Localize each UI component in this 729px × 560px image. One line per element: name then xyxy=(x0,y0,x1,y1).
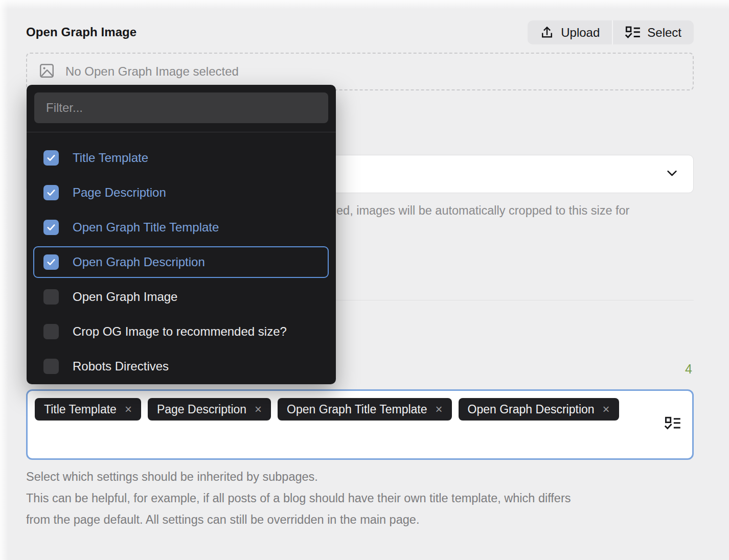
tag-label: Page Description xyxy=(157,403,246,416)
option-og-title-template[interactable]: Open Graph Title Template xyxy=(27,210,336,245)
field-instructions: Select which settings should be inherite… xyxy=(26,466,701,530)
checkbox-checked-icon[interactable] xyxy=(43,254,59,270)
instructions-line: Select which settings should be inherite… xyxy=(26,466,701,487)
option-og-image[interactable]: Open Graph Image xyxy=(27,279,336,314)
option-label: Open Graph Title Template xyxy=(73,220,219,235)
asset-toolbar: Upload Select xyxy=(528,20,694,44)
tag-pill: Open Graph Description × xyxy=(459,398,619,421)
checkbox-checked-icon[interactable] xyxy=(43,185,59,200)
tag-pill: Page Description × xyxy=(148,398,271,421)
select-button-label: Select xyxy=(647,26,681,40)
crop-hint-text: ed, images will be automatically cropped… xyxy=(336,204,629,218)
tag-label: Open Graph Description xyxy=(468,403,595,416)
upload-icon xyxy=(540,26,554,40)
tag-remove-button[interactable]: × xyxy=(603,403,610,415)
upload-button[interactable]: Upload xyxy=(528,20,612,44)
checkbox-unchecked-icon[interactable] xyxy=(43,359,59,374)
upload-button-label: Upload xyxy=(561,26,600,40)
tag-pill: Open Graph Title Template × xyxy=(278,398,451,421)
selected-count-badge: 4 xyxy=(685,362,692,377)
option-label: Open Graph Image xyxy=(73,290,177,304)
option-label: Open Graph Description xyxy=(73,255,205,269)
tag-remove-button[interactable]: × xyxy=(436,403,443,415)
dropdown-filter-bar xyxy=(27,85,336,132)
instructions-line: from the page default. All settings can … xyxy=(26,509,701,530)
filter-input[interactable] xyxy=(34,92,328,123)
option-og-description[interactable]: Open Graph Description xyxy=(27,245,336,279)
select-button[interactable]: Select xyxy=(612,20,694,44)
edge-fade-top xyxy=(0,0,729,9)
field-label: Open Graph Image xyxy=(26,25,136,39)
checkbox-checked-icon[interactable] xyxy=(43,150,59,166)
checkbox-unchecked-icon[interactable] xyxy=(43,324,59,339)
option-crop-og-image[interactable]: Crop OG Image to recommended size? xyxy=(27,314,336,349)
chevron-down-icon xyxy=(665,166,679,182)
option-label: Title Template xyxy=(73,151,148,165)
inherited-settings-field[interactable]: Title Template × Page Description × Open… xyxy=(26,389,694,460)
tag-remove-button[interactable]: × xyxy=(255,403,262,415)
option-label: Page Description xyxy=(73,185,166,200)
edge-fade-left xyxy=(0,0,8,560)
instructions-line: This can be helpful, for example, if all… xyxy=(26,487,701,509)
dropdown-option-list: Title Template Page Description Open Gra… xyxy=(27,132,336,384)
settings-dropdown-panel: Title Template Page Description Open Gra… xyxy=(27,85,336,384)
option-title-template[interactable]: Title Template xyxy=(27,141,336,175)
option-robots-directives[interactable]: Robots Directives xyxy=(27,349,336,384)
checklist-icon xyxy=(625,26,641,40)
checklist-icon xyxy=(665,416,681,433)
option-page-description[interactable]: Page Description xyxy=(27,175,336,210)
option-label: Robots Directives xyxy=(73,359,169,374)
image-placeholder-icon xyxy=(39,63,55,81)
option-label: Crop OG Image to recommended size? xyxy=(73,324,287,339)
tag-label: Title Template xyxy=(44,403,117,416)
checkbox-unchecked-icon[interactable] xyxy=(43,289,59,305)
checkbox-checked-icon[interactable] xyxy=(43,220,59,235)
tag-remove-button[interactable]: × xyxy=(125,403,132,415)
tag-label: Open Graph Title Template xyxy=(287,403,427,416)
tag-pill: Title Template × xyxy=(35,398,141,421)
dropzone-text: No Open Graph Image selected xyxy=(65,64,239,79)
